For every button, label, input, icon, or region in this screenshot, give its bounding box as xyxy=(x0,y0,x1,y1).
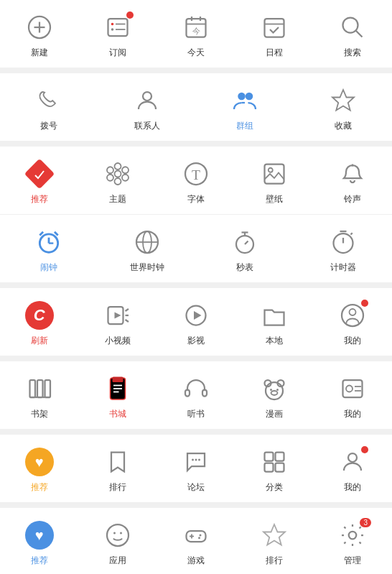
app-refresh[interactable]: C 刷新 xyxy=(11,297,68,350)
app-label-refresh: 刷新 xyxy=(31,335,48,347)
app-label-timer: 计时器 xyxy=(330,261,356,274)
app-ringtone[interactable]: 铃声 xyxy=(324,155,381,208)
app-theme[interactable]: 主题 xyxy=(89,155,146,208)
app-icon-category xyxy=(258,446,290,478)
app-label-bookstore: 书城 xyxy=(109,408,126,420)
app-label-movie: 影视 xyxy=(187,335,205,347)
app-icon-mine3 xyxy=(337,446,368,478)
app-icon-timer xyxy=(327,226,359,258)
app-short-video[interactable]: 小视频 xyxy=(89,297,146,350)
app-dial[interactable]: 拨号 xyxy=(20,82,78,135)
app-label-mine3: 我的 xyxy=(344,481,361,494)
app-recommend1[interactable]: 推荐 xyxy=(11,155,68,208)
app-label-font: 字体 xyxy=(187,193,205,205)
app-icon-recommend3: ♥ xyxy=(24,519,55,551)
app-icon-local xyxy=(258,300,290,331)
app-local[interactable]: 本地 xyxy=(246,297,303,350)
app-recommend2[interactable]: ♥ 推荐 xyxy=(11,443,68,496)
app-mine1[interactable]: 我的 xyxy=(324,297,381,350)
app-label-favorite: 收藏 xyxy=(335,120,352,132)
section-theme-clock: 推荐 主题 字体 壁纸 xyxy=(0,147,392,282)
app-category[interactable]: 分类 xyxy=(246,443,303,496)
badge-dot-mine3 xyxy=(361,446,368,453)
app-alarm[interactable]: 闹钟 xyxy=(20,223,78,277)
app-icon-search xyxy=(337,11,368,43)
heart-orange-icon: ♥ xyxy=(25,448,54,476)
app-forum[interactable]: 论坛 xyxy=(167,443,225,496)
app-icon-mine1 xyxy=(337,300,368,331)
app-mine3[interactable]: 我的 xyxy=(324,443,381,496)
app-apps[interactable]: 应用 xyxy=(89,517,146,570)
app-icon-theme xyxy=(102,158,134,190)
app-icon-manage: 3 xyxy=(337,519,368,551)
section-reading: 书架 书城 听书 漫画 xyxy=(0,361,392,429)
app-label-wallpaper: 壁纸 xyxy=(266,193,283,205)
app-today[interactable]: 今天 xyxy=(167,9,225,62)
app-world-clock[interactable]: 世界时钟 xyxy=(118,223,176,277)
badge-num-manage: 3 xyxy=(360,518,371,527)
app-audiobook[interactable]: 听书 xyxy=(167,370,225,423)
app-games[interactable]: 游戏 xyxy=(167,517,225,570)
app-icon-schedule xyxy=(258,11,290,43)
app-favorite[interactable]: 收藏 xyxy=(314,82,372,135)
svg-line-95 xyxy=(40,232,44,236)
app-label-today: 今天 xyxy=(187,47,205,59)
app-icon-short-video xyxy=(102,300,134,331)
row-reading: 书架 书城 听书 漫画 xyxy=(0,361,392,429)
app-icon-apps xyxy=(102,519,134,551)
svg-line-96 xyxy=(55,232,58,236)
app-label-search: 搜索 xyxy=(344,47,361,59)
app-icon-group xyxy=(229,85,261,116)
app-icon-mine2 xyxy=(337,373,368,404)
app-bookshelf[interactable]: 书架 xyxy=(11,370,68,423)
app-icon-world-clock xyxy=(131,226,163,258)
app-recommend3[interactable]: ♥ 推荐 xyxy=(11,517,68,570)
app-icon-stopwatch xyxy=(229,226,261,258)
app-label-bookshelf: 书架 xyxy=(31,408,48,420)
app-label-dial: 拨号 xyxy=(40,120,57,132)
app-stopwatch[interactable]: 秒表 xyxy=(216,223,274,277)
app-label-category: 分类 xyxy=(266,481,283,494)
app-subscribe[interactable]: 订阅 xyxy=(89,9,146,62)
app-label-rank: 排行 xyxy=(109,481,126,494)
app-label-subscribe: 订阅 xyxy=(109,47,126,59)
app-icon-subscribe xyxy=(102,11,134,43)
section-community: ♥ 推荐 排行 论坛 分类 xyxy=(0,435,392,502)
app-rank2[interactable]: 排行 xyxy=(246,517,303,570)
row-theme: 推荐 主题 字体 壁纸 xyxy=(0,147,392,215)
app-timer[interactable]: 计时器 xyxy=(314,223,372,277)
row-1: 新建 订阅 今天 日程 xyxy=(0,0,392,68)
app-label-theme: 主题 xyxy=(109,193,126,205)
app-icon-bookstore xyxy=(102,373,134,404)
app-icon-font xyxy=(180,158,212,190)
app-contacts[interactable]: 联系人 xyxy=(118,82,176,135)
app-label-recommend1: 推荐 xyxy=(31,193,48,205)
app-rank[interactable]: 排行 xyxy=(89,443,146,496)
app-mine2[interactable]: 我的 xyxy=(324,370,381,423)
app-label-recommend2: 推荐 xyxy=(31,481,48,494)
app-icon-wallpaper xyxy=(258,158,290,190)
app-label-group: 群组 xyxy=(236,120,253,132)
app-movie[interactable]: 影视 xyxy=(167,297,225,350)
app-icon-audiobook xyxy=(180,373,212,404)
app-icon-comic xyxy=(258,373,290,404)
app-icon-dial xyxy=(33,85,65,116)
app-schedule[interactable]: 日程 xyxy=(246,9,303,62)
app-group[interactable]: 群组 xyxy=(216,82,274,135)
app-comic[interactable]: 漫画 xyxy=(246,370,303,423)
badge-dot-mine1 xyxy=(361,300,368,307)
app-wallpaper[interactable]: 壁纸 xyxy=(246,155,303,208)
app-label-contacts: 联系人 xyxy=(134,120,160,132)
app-bookstore[interactable]: 书城 xyxy=(89,370,146,423)
app-search[interactable]: 搜索 xyxy=(324,9,381,62)
app-icon-games xyxy=(180,519,212,551)
app-new[interactable]: 新建 xyxy=(11,9,68,62)
row-community: ♥ 推荐 排行 论坛 分类 xyxy=(0,435,392,502)
app-label-local: 本地 xyxy=(266,335,283,347)
app-manage[interactable]: 3 管理 xyxy=(324,517,381,570)
c-icon: C xyxy=(25,301,54,330)
app-icon-refresh: C xyxy=(24,300,55,331)
app-label-recommend3: 推荐 xyxy=(31,555,48,567)
app-font[interactable]: 字体 xyxy=(167,155,225,208)
app-label-short-video: 小视频 xyxy=(105,335,131,347)
